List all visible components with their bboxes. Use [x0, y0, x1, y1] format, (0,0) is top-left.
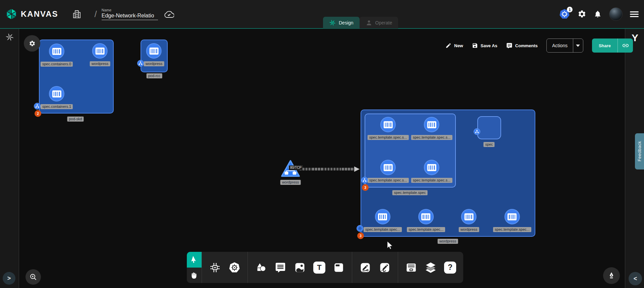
share-button[interactable]: Share: [592, 39, 633, 53]
node-label: wordpress: [459, 227, 479, 232]
hierarchy-badge[interactable]: [137, 60, 144, 67]
image-tool-button[interactable]: [293, 261, 306, 274]
error-count-badge[interactable]: 2: [35, 110, 41, 117]
node-label: spec.template.spec.s...: [411, 178, 452, 183]
line-draw-tool-button[interactable]: [359, 261, 372, 274]
zoom-in-magnifier-icon: [29, 273, 37, 281]
layers-icon: [425, 262, 437, 274]
group-label: pod-skd: [67, 117, 84, 122]
settings-gear-icon[interactable]: [578, 10, 586, 18]
help-tool-button[interactable]: ?: [444, 261, 457, 274]
actions-dropdown-caret[interactable]: [573, 39, 583, 53]
new-button[interactable]: New: [445, 43, 463, 49]
container-icon: [49, 86, 64, 101]
zoom-search-button[interactable]: [25, 269, 41, 285]
container-icon: [424, 117, 439, 132]
node-label: spec.template.spec...: [364, 227, 402, 232]
container-node[interactable]: wordpress: [459, 209, 479, 232]
breadcrumb-separator: /: [95, 9, 97, 19]
kubernetes-count-badge: 1: [567, 7, 573, 12]
node-label: spec.containers.0: [41, 62, 73, 67]
history-spiral-icon[interactable]: [5, 33, 14, 42]
share-button-label: Share: [592, 43, 618, 48]
container-node[interactable]: spec.template.spec...: [493, 209, 531, 232]
node-label: spec.containers.1: [41, 104, 73, 109]
components-tool-button[interactable]: [209, 261, 221, 274]
menu-hamburger-icon[interactable]: [630, 11, 639, 17]
cloud-saved-icon: [164, 9, 174, 19]
note-tool-button[interactable]: [332, 261, 345, 274]
brand[interactable]: KANVAS: [5, 8, 58, 20]
container-icon: [418, 209, 434, 224]
pen-nib-icon: [607, 272, 615, 280]
comments-button[interactable]: Comments: [506, 43, 538, 49]
collapse-right-panel-button[interactable]: <: [629, 272, 642, 285]
shapes-tool-button[interactable]: [255, 261, 267, 274]
container-node[interactable]: spec.template.spec.s...: [368, 117, 409, 140]
spiral-icon: [358, 226, 362, 231]
copy-link-button[interactable]: [618, 39, 633, 53]
hierarchy-badge[interactable]: [361, 177, 368, 184]
container-node[interactable]: spec.containers.0: [41, 44, 73, 67]
drawing-tools-group: [352, 252, 398, 283]
container-node[interactable]: spec.template.spec.s...: [411, 160, 452, 183]
kubernetes-context-button[interactable]: 1: [559, 8, 570, 20]
comment-icon: [506, 43, 513, 49]
hierarchy-icon: [475, 130, 479, 134]
tab-operate-label: Operate: [375, 20, 392, 25]
error-count: 2: [37, 112, 39, 116]
design-name-label: Name: [102, 8, 158, 12]
user-avatar[interactable]: [609, 7, 623, 21]
container-node[interactable]: wordpress: [144, 43, 164, 66]
text-tool-button[interactable]: T: [313, 261, 326, 274]
select-tool-button[interactable]: [187, 252, 202, 268]
container-node[interactable]: spec.template.spec...: [364, 209, 402, 232]
edge-port-label: 80/TCP: [289, 165, 303, 170]
container-node[interactable]: spec.containers.1: [41, 86, 73, 109]
shapes-icon: [255, 262, 267, 273]
container-node[interactable]: wordpress: [90, 43, 110, 66]
error-count-badge[interactable]: 3: [357, 232, 364, 239]
error-count-badge[interactable]: 3: [362, 184, 369, 191]
group-label: spec: [483, 142, 494, 147]
drawer-tool-button[interactable]: [405, 261, 418, 274]
edge-dashed-line[interactable]: [300, 168, 355, 170]
design-name-input[interactable]: [102, 12, 158, 20]
expand-left-panel-button[interactable]: >: [3, 272, 15, 285]
pen-annotate-button[interactable]: [603, 267, 620, 284]
tab-design[interactable]: Design: [323, 17, 360, 28]
kanvas-logo-icon: [5, 8, 17, 20]
hierarchy-badge[interactable]: [474, 128, 480, 135]
container-icon: [92, 43, 108, 59]
container-icon: [424, 160, 439, 175]
comment-tool-button[interactable]: [274, 261, 287, 274]
container-icon: [146, 43, 162, 59]
deployment-badge[interactable]: [357, 225, 363, 232]
container-node[interactable]: spec.template.spec...: [407, 209, 445, 232]
container-node[interactable]: spec.template.spec.s...: [411, 117, 452, 140]
freehand-draw-tool-button[interactable]: [378, 261, 391, 274]
design-name-block: Name: [102, 8, 158, 20]
group-label: pod-rcc: [147, 73, 162, 78]
design-actions-row: New Save As Comments Actions Share: [445, 38, 633, 53]
container-node[interactable]: spec.template.spec.s...: [368, 160, 409, 183]
hierarchy-badge[interactable]: [34, 103, 41, 110]
actions-dropdown-button[interactable]: Actions: [546, 39, 583, 53]
container-icon: [380, 117, 396, 132]
organization-icon[interactable]: [72, 9, 82, 19]
node-label: wordpress: [90, 61, 110, 66]
save-floppy-icon: [472, 43, 478, 49]
layers-tool-button[interactable]: [424, 261, 437, 274]
tab-operate[interactable]: Operate: [360, 17, 398, 28]
save-as-button[interactable]: Save As: [472, 43, 497, 49]
feedback-tab[interactable]: Feedback: [635, 133, 644, 169]
scheduler-gear-node[interactable]: [24, 35, 40, 52]
utility-tools-group: ?: [398, 252, 463, 283]
comment-bubble-icon: [275, 262, 286, 273]
pan-tool-button[interactable]: [187, 268, 202, 283]
component-tools-group: [202, 252, 248, 283]
notifications-bell-icon[interactable]: [594, 10, 602, 18]
group-spec[interactable]: [477, 116, 501, 139]
mouse-cursor-icon: [385, 240, 394, 250]
kubernetes-tool-button[interactable]: [228, 261, 241, 274]
